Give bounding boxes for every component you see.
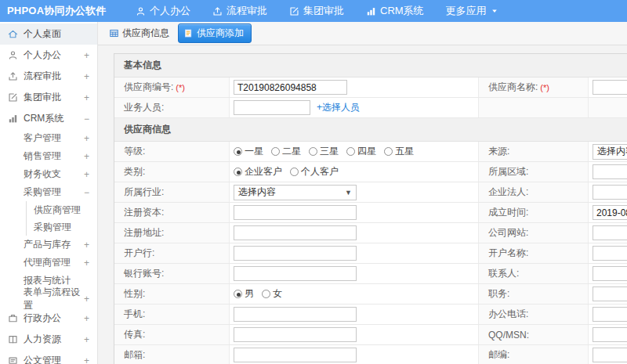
radio-option[interactable]: 男 (234, 287, 254, 301)
select-person-link[interactable]: +选择人员 (317, 101, 360, 114)
sidebar-item[interactable]: 销售管理+ (0, 147, 97, 165)
text-input[interactable] (593, 246, 627, 261)
sidebar-item[interactable]: 集团审批+ (0, 87, 97, 108)
form-row: 性别:男女职务: (114, 284, 627, 305)
sidebar-item[interactable]: 采购管理− (0, 183, 97, 201)
form-row: 邮箱:邮编: (114, 345, 627, 364)
text-input[interactable] (234, 266, 357, 281)
expand-toggle-icon[interactable]: + (84, 169, 89, 180)
radio-label: 女 (273, 287, 282, 301)
field-label-text: 公司网站: (488, 226, 528, 240)
expand-toggle-icon[interactable]: + (84, 50, 89, 61)
text-input[interactable] (234, 205, 357, 220)
topnav-item[interactable]: 流程审批 (201, 0, 278, 22)
sidebar-item[interactable]: 流程审批+ (0, 66, 97, 87)
field-label-text: 传真: (124, 328, 145, 341)
expand-toggle-icon[interactable]: − (84, 114, 89, 124)
user-icon (8, 50, 18, 60)
home-icon (8, 29, 18, 39)
text-input[interactable] (593, 348, 627, 362)
expand-toggle-icon[interactable]: + (84, 294, 89, 305)
text-input[interactable] (593, 287, 627, 301)
expand-toggle-icon[interactable]: − (84, 187, 89, 198)
caret-down-icon: ▼ (345, 189, 352, 196)
main-panel: 供应商信息供应商添加 基本信息供应商编号: (*)供应商名称: (*)业务人员:… (98, 22, 627, 364)
text-input[interactable] (593, 307, 627, 322)
expand-toggle-icon[interactable]: + (84, 258, 89, 268)
radio-option[interactable]: 女 (262, 287, 282, 301)
radio-option[interactable]: 四星 (346, 145, 376, 158)
sidebar-item[interactable]: 供应商管理 (26, 201, 97, 218)
topnav-item[interactable]: CRM系统 (355, 0, 435, 22)
topnav-item[interactable]: 个人办公 (125, 0, 201, 22)
sidebar-item[interactable]: 采购管理 (26, 218, 97, 236)
form-row: 注册资本:成立时间: (114, 203, 627, 223)
text-input[interactable] (234, 225, 357, 240)
text-input[interactable] (234, 246, 357, 261)
radio-label: 三星 (320, 145, 339, 158)
expand-toggle-icon[interactable]: + (84, 313, 89, 324)
expand-toggle-icon[interactable]: + (84, 71, 89, 82)
expand-toggle-icon[interactable]: + (84, 151, 89, 162)
sidebar-item[interactable]: CRM系统− (0, 108, 97, 129)
text-input[interactable] (593, 266, 627, 281)
sidebar-item-label: 客户管理 (24, 132, 61, 145)
radio-option[interactable]: 一星 (234, 145, 263, 158)
topnav-item[interactable]: 集团审批 (278, 0, 355, 22)
form-section-header: 基本信息 (114, 54, 627, 77)
text-input[interactable] (593, 225, 627, 240)
expand-toggle-icon[interactable]: + (84, 355, 89, 364)
sidebar-item[interactable]: 个人桌面 (0, 23, 97, 45)
text-input[interactable] (593, 80, 627, 95)
field-value-cell: 选择内容▼ (230, 182, 479, 202)
field-label: 开户行: (114, 243, 230, 263)
field-value-cell (230, 77, 479, 97)
text-input[interactable] (234, 348, 357, 362)
radio-option[interactable]: 三星 (309, 145, 339, 158)
text-input[interactable] (593, 185, 627, 200)
expand-toggle-icon[interactable]: + (84, 334, 89, 345)
sidebar-item[interactable]: 人力资源+ (0, 329, 97, 350)
radio-option[interactable]: 五星 (384, 145, 414, 158)
text-input[interactable] (234, 307, 357, 322)
tab-active[interactable]: 供应商添加 (178, 23, 252, 43)
table-icon (109, 28, 119, 38)
sidebar-item[interactable]: 个人办公+ (0, 45, 97, 66)
sidebar-item[interactable]: 客户管理+ (0, 129, 97, 147)
field-value-cell (230, 223, 479, 243)
text-input[interactable] (593, 164, 627, 179)
radio-option[interactable]: 企业客户 (234, 165, 282, 178)
sidebar-item-label: 流程审批 (24, 70, 61, 83)
book-icon (8, 334, 18, 344)
select-dropdown[interactable]: 选择内容▼ (234, 185, 357, 200)
tab-item[interactable]: 供应商信息 (106, 24, 172, 42)
text-input[interactable] (593, 327, 627, 342)
field-value-cell: 企业客户个人客户 (230, 162, 479, 182)
select-dropdown[interactable]: 选择内容▼ (593, 144, 627, 160)
sidebar-item[interactable]: 财务收支+ (0, 165, 97, 183)
radio-label: 企业客户 (245, 165, 282, 178)
field-label-text: 邮箱: (124, 348, 145, 362)
sidebar-item[interactable]: 公文管理+ (0, 350, 97, 364)
supplier-add-form: 基本信息供应商编号: (*)供应商名称: (*)业务人员:+选择人员供应商信息等… (114, 53, 627, 364)
text-input[interactable] (234, 327, 357, 342)
topnav-item-label: 更多应用 (446, 4, 487, 18)
expand-toggle-icon[interactable]: + (84, 92, 89, 103)
sidebar-item[interactable]: 表单与流程设置+ (0, 290, 97, 308)
edit-icon (289, 6, 299, 16)
text-input[interactable] (593, 205, 627, 220)
radio-option[interactable]: 二星 (271, 145, 301, 158)
sidebar-item[interactable]: 代理商管理+ (0, 254, 97, 272)
form-row: 开户行:开户名称: (114, 243, 627, 264)
field-value-cell (589, 182, 627, 202)
radio-option[interactable]: 个人客户 (290, 165, 339, 178)
sidebar-item-label: 个人桌面 (24, 27, 61, 41)
expand-toggle-icon[interactable]: + (84, 240, 89, 250)
expand-toggle-icon[interactable]: + (84, 133, 89, 144)
field-label: 供应商名称: (*) (479, 77, 589, 97)
text-input[interactable] (234, 80, 347, 95)
person-picker-input[interactable] (234, 100, 310, 115)
radio-group: 一星二星三星四星五星 (234, 145, 414, 158)
sidebar-item[interactable]: 产品与库存+ (0, 236, 97, 254)
topnav-item[interactable]: 更多应用 (435, 0, 509, 22)
